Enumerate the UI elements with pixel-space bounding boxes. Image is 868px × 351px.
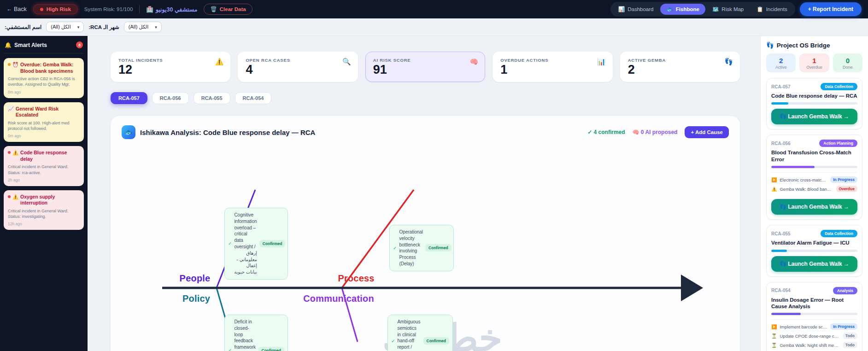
category-label-process[interactable]: Process <box>338 273 374 284</box>
task-text: Update CPOE dose-range checking <box>780 333 839 339</box>
category-label-policy[interactable]: Policy <box>182 293 210 304</box>
alert-card[interactable]: ⏰ Overdue: Gemba Walk: Blood bank specim… <box>4 58 84 98</box>
task-row[interactable]: ▶️ Electronic cross-match verification I… <box>771 176 857 183</box>
tab-rca-054[interactable]: RCA-054 <box>235 92 272 104</box>
nav-dashboard-label: Dashboard <box>628 6 653 12</box>
progress-bar <box>771 250 857 252</box>
alert-card[interactable]: ⚠️ Code Blue response delay Critical inc… <box>4 146 84 186</box>
tab-rca-057[interactable]: RCA-057 <box>111 92 147 104</box>
alert-card[interactable]: 📈 General Ward Risk Escalated Risk score… <box>4 102 84 142</box>
task-row[interactable]: ⏳ Gemba Walk: Night shift med workflow T… <box>771 342 857 348</box>
hospital-label: مستشفي 30يونيو <box>156 6 198 13</box>
bridge-card-rca-055[interactable]: RCA-055 Data Collection Ventilator Alarm… <box>766 225 862 276</box>
kpi-active-gemba: ACTIVE GEMBA 2 👣 <box>620 52 740 82</box>
rca-id: RCA-057 <box>771 84 791 89</box>
task-row[interactable]: ⚠️ Gemba Walk: Blood bank specimens Over… <box>771 186 857 192</box>
footprints-icon: 👣 <box>724 58 733 66</box>
chevron-down-icon: ▾ <box>155 25 157 29</box>
fishbone-diagram: خطسك ✓ Cognitive information overload – … <box>122 144 729 351</box>
fishbone-icon: 🐟 <box>122 125 135 139</box>
bar-chart-icon: 📊 <box>597 58 606 66</box>
rca-title: Blood Transfusion Cross-Match Error <box>771 149 857 163</box>
cause-text-en: Ambiguous semiotics in clinical hand-off… <box>397 319 420 350</box>
kpi-open-rca: OPEN RCA CASES 4 🔍 <box>238 52 358 82</box>
warning-icon: ⚠️ <box>12 194 18 200</box>
bridge-card-rca-056[interactable]: RCA-056 Action Planning Blood Transfusio… <box>766 135 862 220</box>
cause-text-en: Deficit in closed-loop feedback framewor… <box>234 319 256 351</box>
launch-gemba-walk-button[interactable]: 👣 Launch Gemba Walk → <box>771 109 857 124</box>
kpi-value: 12 <box>118 64 223 76</box>
kpi-total-incidents: TOTAL INCIDENTS 12 ⚠️ <box>111 52 230 82</box>
kpi-value: 1 <box>500 64 604 76</box>
kpi-label: AI RISK SCORE <box>373 58 477 63</box>
ai-proposed-count: 🧠 0 AI proposed <box>633 129 678 135</box>
add-cause-button[interactable]: + Add Cause <box>685 126 729 138</box>
category-label-communication[interactable]: Communication <box>303 293 374 304</box>
task-row[interactable]: ▶️ Implement barcode scanning for ... In… <box>771 323 857 330</box>
confirmed-badge: Confirmed <box>423 337 450 345</box>
warning-icon: ⚠️ <box>771 187 777 192</box>
spine-arrow-icon <box>681 275 703 301</box>
hospital-icon: 🏥 <box>146 6 153 13</box>
confirmed-badge: Confirmed <box>259 240 286 247</box>
nav-dashboard[interactable]: 📊 Dashboard <box>612 4 660 15</box>
risk-dot-icon <box>40 8 43 11</box>
stat-done: 0 Done <box>833 53 862 72</box>
nav-risk-map[interactable]: 🗺️ Risk Map <box>706 4 750 15</box>
kpi-label: OVERDUE ACTIONS <box>500 58 604 63</box>
cause-text: Deficit in closed-loop feedback framewor… <box>234 319 256 351</box>
nav-fishbone[interactable]: 🐟 Fishbone <box>660 4 705 15</box>
alert-card[interactable]: ⚠️ Oxygen supply interruption Critical i… <box>4 190 84 230</box>
hourglass-icon: ⏳ <box>771 343 777 348</box>
phase-badge: Analysis <box>833 287 857 294</box>
cause-node-process[interactable]: ✓ Operational velocity bottleneck involv… <box>389 225 454 271</box>
task-text: Implement barcode scanning for ... <box>780 324 827 329</box>
category-label-people[interactable]: People <box>180 273 211 284</box>
alert-time: 0m ago <box>8 134 80 138</box>
cause-node-people[interactable]: ✓ Cognitive information overload – criti… <box>224 208 288 280</box>
alert-dot-icon <box>8 63 11 66</box>
cause-node-policy[interactable]: ✓ Deficit in closed-loop feedback framew… <box>224 315 288 351</box>
phase-badge: Data Collection <box>821 83 857 90</box>
alert-body: Corrective action CB2 in RCA-056 is over… <box>8 76 80 87</box>
fish-icon: 🐟 <box>666 6 673 12</box>
tab-rca-056[interactable]: RCA-056 <box>152 92 189 104</box>
stat-label: Active <box>766 65 796 70</box>
bridge-card-rca-054[interactable]: RCA-054 Analysis Insulin Dosage Error — … <box>766 282 862 351</box>
launch-gemba-walk-button[interactable]: 👣 Launch Gemba Walk → <box>771 256 857 272</box>
alert-time: 12h ago <box>8 222 80 226</box>
task-row[interactable]: ⏳ Update CPOE dose-range checking Todo <box>771 333 857 339</box>
hospital-name[interactable]: 🏥 مستشفي 30يونيو <box>146 6 197 13</box>
task-text: Electronic cross-match verification <box>780 177 827 182</box>
cause-text-ar: إرهاق معلوماتي - إغفال بيانات حيوية <box>234 250 257 275</box>
task-text: Gemba Walk: Night shift med workflow <box>780 343 839 348</box>
phase-badge: Data Collection <box>821 230 857 237</box>
nav-fishbone-label: Fishbone <box>676 6 699 12</box>
search-icon: 🔍 <box>342 58 351 66</box>
nav-risk-map-label: Risk Map <box>721 6 744 12</box>
warning-icon: ⚠️ <box>215 58 224 66</box>
filter-bar: اسم المستشفي: الكل (All) ▾ شهر الـ RCA: … <box>0 18 868 36</box>
system-risk-text: System Risk: 91/100 <box>84 6 133 12</box>
month-filter-select[interactable]: الكل (All) ▾ <box>124 22 162 32</box>
cause-node-communication[interactable]: ✓ Ambiguous semiotics in clinical hand-o… <box>387 315 453 351</box>
tab-rca-055[interactable]: RCA-055 <box>194 92 230 104</box>
clear-data-button[interactable]: 🗑️ Clear Data <box>204 4 252 15</box>
map-icon: 🗺️ <box>712 6 719 12</box>
stat-label: Overdue <box>799 65 829 70</box>
status-badge: Todo <box>843 333 857 339</box>
topbar-right: 📊 Dashboard 🐟 Fishbone 🗺️ Risk Map 📋 Inc… <box>610 2 862 17</box>
hospital-filter-select[interactable]: الكل (All) ▾ <box>46 22 84 32</box>
alert-time: 2h ago <box>8 178 80 182</box>
kpi-label: OPEN RCA CASES <box>246 58 350 63</box>
bridge-title: Project OS Bridge <box>777 42 830 49</box>
report-incident-button[interactable]: + Report Incident <box>800 2 862 16</box>
cause-text: Operational velocity bottleneck involvin… <box>399 229 423 267</box>
nav-incidents[interactable]: 📋 Incidents <box>751 4 793 15</box>
bridge-card-rca-057[interactable]: RCA-057 Data Collection Code Blue respon… <box>766 78 862 129</box>
check-icon: ✓ <box>391 339 395 344</box>
alert-dot-icon <box>8 195 11 198</box>
launch-gemba-walk-button[interactable]: 👣 Launch Gemba Walk → <box>771 199 857 215</box>
task-list: ▶️ Electronic cross-match verification I… <box>771 172 857 192</box>
back-button[interactable]: ← Back <box>6 6 27 12</box>
